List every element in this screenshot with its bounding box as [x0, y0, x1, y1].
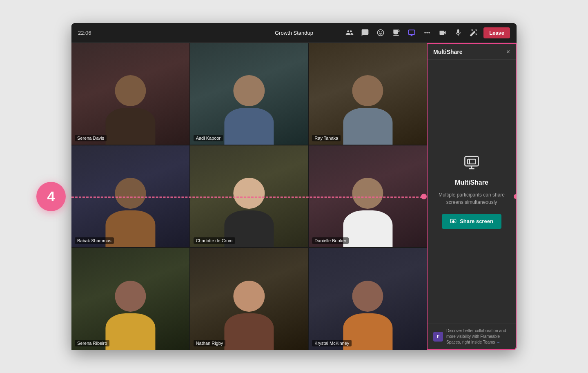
- video-cell-2: Aadi Kapoor: [190, 43, 308, 145]
- footer-link[interactable]: →: [496, 340, 500, 344]
- participant-name-6: Danielle Booker: [312, 237, 349, 244]
- video-cell-8: Nathan Rigby: [190, 248, 308, 350]
- participant-name-9: Krystal McKinney: [312, 340, 352, 346]
- frameable-logo: F: [433, 332, 443, 342]
- multishare-feature-icon: [463, 154, 480, 172]
- video-cell-6: Danielle Booker: [309, 145, 427, 247]
- video-cell-9: Krystal McKinney: [309, 248, 427, 350]
- panel-header: MultiShare ×: [428, 44, 516, 60]
- effects-icon[interactable]: [468, 27, 479, 38]
- video-cell-5: Charlotte de Crum: [190, 145, 308, 247]
- panel-close-button[interactable]: ×: [506, 49, 510, 55]
- share-screen-toolbar-icon[interactable]: [406, 27, 417, 38]
- share-screen-label: Share screen: [460, 218, 493, 224]
- panel-feature-title: MultiShare: [455, 179, 488, 186]
- participant-name-5: Charlotte de Crum: [194, 237, 235, 244]
- meeting-title: Growth Standup: [275, 30, 313, 36]
- participant-name-3: Ray Tanaka: [312, 135, 341, 141]
- svg-rect-0: [465, 156, 478, 166]
- toolbar-controls: Leave: [344, 27, 510, 38]
- main-area: Serena Davis Aadi Kapoor Ray Tanaka Baba…: [71, 43, 517, 350]
- panel-feature-desc: Multiple participants can share screens …: [436, 191, 508, 206]
- video-cell-7: Serena Ribeiro: [71, 248, 189, 350]
- video-cell-3: Ray Tanaka: [309, 43, 427, 145]
- video-cell-4: Babak Shammas: [71, 145, 189, 247]
- panel-body: MultiShare Multiple participants can sha…: [428, 60, 516, 324]
- more-options-icon[interactable]: [421, 27, 433, 38]
- panel-footer: F Discover better collaboration and more…: [428, 324, 516, 349]
- step-badge: 4: [36, 182, 66, 211]
- participant-name-8: Nathan Rigby: [194, 340, 226, 346]
- panel-title: MultiShare: [433, 49, 463, 55]
- multishare-panel: MultiShare ×: [427, 43, 517, 350]
- video-cell-1: Serena Davis: [71, 43, 189, 145]
- footer-text: Discover better collaboration and more v…: [446, 328, 510, 345]
- reactions-icon[interactable]: [375, 27, 386, 38]
- camera-icon[interactable]: [437, 27, 448, 38]
- svg-rect-3: [468, 159, 476, 164]
- leave-button[interactable]: Leave: [483, 27, 510, 38]
- participant-name-1: Serena Davis: [75, 135, 107, 141]
- meeting-time: 22:06: [78, 30, 91, 36]
- participant-name-7: Serena Ribeiro: [75, 340, 109, 346]
- top-bar: 22:06 Growth Standup: [71, 23, 517, 43]
- chat-icon[interactable]: [359, 27, 371, 38]
- mic-icon[interactable]: [452, 27, 464, 38]
- participant-name-4: Babak Shammas: [75, 237, 114, 244]
- participant-name-2: Aadi Kapoor: [194, 135, 223, 141]
- whiteboard-icon[interactable]: [390, 27, 402, 38]
- participants-icon[interactable]: [344, 27, 355, 38]
- video-grid: Serena Davis Aadi Kapoor Ray Tanaka Baba…: [71, 43, 427, 350]
- share-screen-button[interactable]: Share screen: [442, 214, 501, 229]
- panel-indicator-dot: [514, 194, 517, 199]
